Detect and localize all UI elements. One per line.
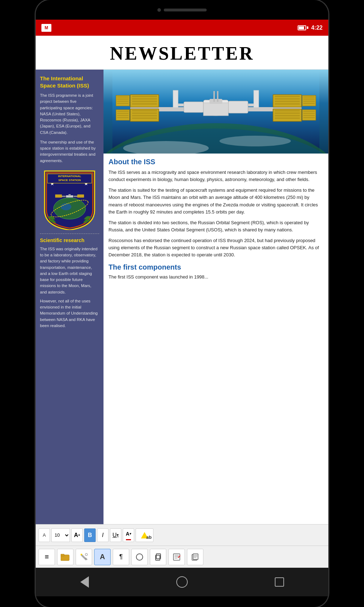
svg-rect-29 [132, 112, 157, 114]
svg-rect-54 [303, 99, 315, 100]
svg-rect-64 [228, 101, 248, 113]
svg-marker-75 [81, 554, 82, 555]
svg-rect-51 [275, 117, 300, 119]
svg-rect-43 [275, 96, 300, 97]
svg-rect-66 [203, 103, 228, 116]
wand-button[interactable]: ✎ [76, 549, 92, 565]
svg-rect-71 [254, 90, 259, 107]
about-p2: The station is suited for the testing of… [108, 187, 323, 216]
format-toolbar-2: ≡ ✎ A ¶ [36, 546, 328, 568]
about-iss-title: About the ISS [108, 158, 323, 166]
phone-frame: M 4:22 NEWSLETTER The International Spac… [36, 0, 328, 607]
first-components-title: The first components [108, 263, 323, 271]
svg-rect-14 [77, 195, 84, 197]
font-increase-button[interactable]: A+ [71, 528, 83, 542]
sci-research-p2: However, not all of the uses envisioned … [40, 298, 99, 329]
iss-intro-p2: The ownership and use of the space stati… [40, 139, 99, 164]
svg-rect-69 [217, 91, 218, 102]
left-divider [40, 234, 99, 234]
svg-rect-13 [55, 195, 62, 197]
svg-rect-60 [303, 115, 315, 116]
svg-rect-26 [132, 103, 157, 105]
svg-rect-83 [175, 556, 179, 557]
paragraph-button[interactable]: ¶ [113, 549, 129, 565]
svg-rect-55 [303, 101, 315, 102]
svg-rect-25 [132, 101, 157, 102]
menu-button[interactable]: ≡ [39, 549, 55, 565]
sci-research-title: Scientific research [40, 237, 99, 243]
highlight-button[interactable]: ab [136, 528, 153, 542]
font-decrease-button[interactable]: A [39, 528, 50, 542]
italic-button[interactable]: I [97, 528, 108, 542]
svg-rect-70 [173, 90, 178, 107]
svg-text:INTERNATIONAL: INTERNATIONAL [58, 175, 81, 178]
svg-rect-44 [275, 98, 300, 100]
home-button[interactable] [171, 571, 193, 593]
bold-button[interactable]: B [84, 528, 96, 542]
svg-rect-59 [303, 113, 315, 114]
svg-rect-62 [184, 102, 203, 112]
font-color-button[interactable]: A ▾ [123, 528, 134, 542]
svg-rect-82 [175, 555, 179, 556]
first-components-p1: The first ISS component was launched in … [108, 274, 323, 281]
iss-photo [103, 70, 328, 154]
back-button[interactable] [74, 571, 95, 593]
svg-rect-35 [117, 101, 128, 102]
pages-button[interactable] [187, 549, 203, 565]
svg-point-19 [219, 136, 291, 146]
speaker-grille [164, 9, 207, 11]
recents-square-icon [275, 577, 284, 587]
recents-button[interactable] [269, 571, 290, 593]
newsletter-title: NEWSLETTER [39, 43, 325, 64]
svg-rect-41 [117, 117, 128, 118]
svg-rect-28 [132, 110, 157, 111]
svg-rect-12 [69, 194, 71, 196]
status-right: 4:22 [298, 25, 323, 31]
svg-point-7 [61, 203, 71, 210]
svg-rect-89 [194, 556, 197, 557]
clock: 4:22 [311, 25, 323, 31]
font-a-button[interactable]: A [94, 549, 111, 565]
status-bar: M 4:22 [36, 20, 328, 36]
svg-rect-49 [275, 112, 300, 114]
svg-rect-34 [117, 99, 128, 100]
svg-rect-58 [303, 111, 315, 112]
svg-rect-39 [117, 113, 128, 114]
battery-icon [298, 25, 308, 30]
status-left: M [41, 24, 51, 32]
font-size-select[interactable]: 10 12 14 16 18 24 [51, 528, 70, 542]
svg-rect-23 [132, 96, 157, 97]
iss-heading: The International Space Station (ISS) [40, 75, 99, 89]
folder-button[interactable] [57, 549, 74, 565]
iss-badge: ★ ★ INTERNATIONAL SPACE STATION [41, 167, 98, 230]
svg-rect-24 [132, 98, 157, 100]
content-area: NEWSLETTER The International Space Stati… [36, 36, 328, 568]
svg-rect-45 [275, 101, 300, 102]
circle-button[interactable] [131, 549, 148, 565]
article-content: About the ISS The ISS serves as a microg… [103, 154, 328, 289]
copy-button[interactable] [150, 549, 166, 565]
back-arrow-icon [80, 576, 89, 588]
format-toolbar-1: A 10 12 14 16 18 24 A+ B I U ▾ A ▾ ab [36, 524, 328, 546]
svg-rect-31 [132, 117, 157, 119]
svg-rect-50 [275, 115, 300, 116]
svg-rect-36 [117, 103, 128, 104]
svg-rect-48 [275, 110, 300, 111]
svg-rect-33 [117, 96, 128, 97]
newsletter-header: NEWSLETTER [36, 36, 328, 70]
two-col-layout: The International Space Station (ISS) Th… [36, 70, 328, 524]
svg-rect-90 [194, 557, 196, 558]
svg-rect-88 [194, 555, 197, 556]
svg-rect-87 [193, 554, 198, 560]
sensor-bar [36, 0, 328, 20]
svg-point-76 [85, 553, 87, 556]
nav-bar [36, 568, 328, 596]
camera-dot [157, 8, 161, 12]
svg-rect-53 [303, 96, 315, 97]
underline-button[interactable]: U ▾ [110, 528, 121, 542]
about-p3: The station is divided into two sections… [108, 219, 323, 234]
svg-text:✎: ✎ [85, 557, 88, 561]
left-column: The International Space Station (ISS) Th… [36, 70, 103, 524]
phone-bottom [36, 596, 328, 607]
edit-button[interactable] [168, 549, 185, 565]
